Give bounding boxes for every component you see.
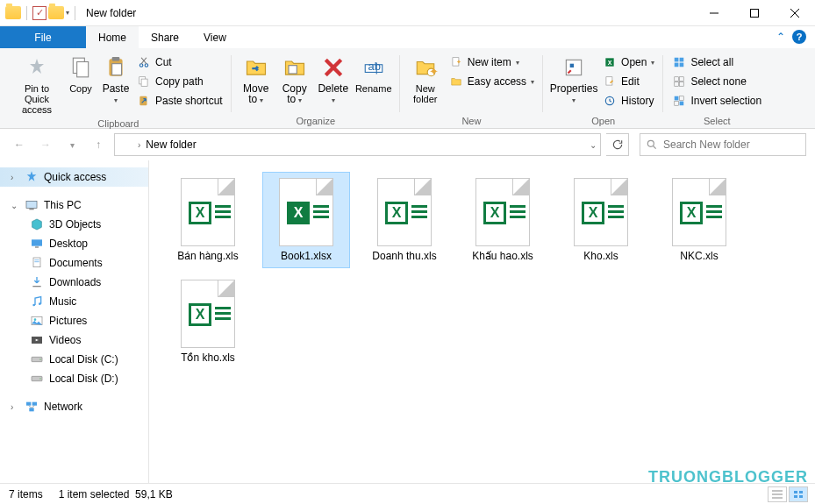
easy-access-button[interactable]: Easy access ▾ (446, 73, 538, 90)
svg-rect-42 (675, 102, 679, 106)
svg-rect-50 (35, 246, 39, 247)
address-folder-icon (118, 139, 132, 151)
file-item[interactable]: XKho.xls (558, 173, 644, 267)
svg-point-55 (32, 304, 35, 307)
address-dropdown-icon[interactable]: ⌄ (590, 140, 597, 150)
copy-button[interactable]: Copy (63, 52, 98, 96)
open-button[interactable]: XOpen ▾ (599, 53, 658, 71)
tree-item[interactable]: Local Disk (C:) (0, 350, 148, 369)
up-button[interactable]: ↑ (88, 134, 109, 155)
svg-rect-35 (680, 63, 684, 67)
svg-rect-7 (112, 57, 120, 60)
file-name: Khấu hao.xls (472, 250, 533, 262)
svg-rect-8 (112, 64, 122, 75)
tree-this-pc[interactable]: ⌄This PC (0, 195, 148, 215)
file-item[interactable]: XDoanh thu.xls (361, 173, 447, 267)
recent-dropdown[interactable]: ▾ (61, 134, 82, 155)
delete-button[interactable]: Delete ▾ (314, 52, 353, 108)
minimize-button[interactable] (694, 0, 734, 26)
excel-file-icon: X (475, 178, 530, 246)
svg-rect-72 (794, 491, 797, 493)
new-folder-button[interactable]: ✦ New folder (405, 52, 446, 106)
tree-item[interactable]: Documents (0, 253, 148, 273)
view-details-button[interactable] (768, 486, 787, 502)
address-bar[interactable]: › New folder ⌄ (114, 133, 601, 156)
svg-rect-74 (794, 495, 797, 498)
svg-text:X: X (608, 60, 612, 66)
svg-rect-16 (289, 66, 297, 74)
move-to-button[interactable]: Move to ▾ (237, 52, 275, 108)
tab-home[interactable]: Home (86, 26, 139, 48)
svg-rect-37 (680, 77, 684, 82)
svg-rect-40 (675, 96, 679, 101)
file-item[interactable]: XTồn kho.xls (165, 274, 251, 369)
file-name: Doanh thu.xls (372, 250, 436, 262)
copy-path-button[interactable]: Copy path (133, 73, 226, 90)
file-item[interactable]: XBán hàng.xls (165, 173, 251, 267)
paste-button[interactable]: Paste ▾ (98, 52, 133, 108)
file-item[interactable]: XKhấu hao.xls (460, 173, 546, 267)
back-button[interactable]: ← (9, 134, 30, 155)
svg-line-45 (654, 146, 656, 149)
excel-file-icon: X (574, 178, 628, 246)
tree-network[interactable]: ›Network (0, 397, 148, 416)
svg-text:✦: ✦ (456, 59, 461, 65)
tree-item[interactable]: Local Disk (D:) (0, 369, 148, 388)
svg-rect-49 (32, 239, 42, 245)
forward-button[interactable]: → (35, 134, 56, 155)
paste-shortcut-button[interactable]: Paste shortcut (133, 92, 226, 110)
tree-item[interactable]: Music (0, 292, 148, 311)
file-name: Kho.xls (583, 250, 618, 262)
file-item[interactable]: XBook1.xlsx (263, 173, 349, 267)
view-large-button[interactable] (789, 486, 808, 502)
svg-rect-1 (751, 9, 759, 17)
tree-item[interactable]: Videos (0, 330, 148, 350)
svg-point-58 (34, 318, 37, 321)
copy-to-button[interactable]: Copy to ▾ (275, 52, 314, 108)
svg-rect-27 (570, 64, 574, 67)
search-input[interactable]: Search New folder (640, 133, 806, 156)
properties-button[interactable]: Properties ▾ (548, 52, 599, 108)
svg-rect-5 (77, 62, 89, 77)
close-button[interactable] (775, 0, 815, 26)
tree-item[interactable]: Downloads (0, 273, 148, 292)
tree-item[interactable]: Pictures (0, 311, 148, 330)
new-item-button[interactable]: ✦New item ▾ (446, 53, 538, 71)
edit-button[interactable]: Edit (599, 73, 658, 90)
svg-point-56 (39, 302, 41, 305)
maximize-button[interactable] (734, 0, 775, 26)
breadcrumb-loc[interactable]: New folder (146, 138, 196, 151)
tree-item[interactable]: Desktop (0, 234, 148, 253)
tree-quick-access[interactable]: ›Quick access (0, 167, 148, 187)
ribbon-tabs: File Home Share View ⌃ ? (0, 26, 815, 48)
svg-rect-34 (675, 63, 679, 67)
svg-text:ab: ab (368, 60, 380, 73)
tab-view[interactable]: View (191, 26, 239, 48)
svg-rect-33 (680, 58, 684, 62)
file-item[interactable]: XNKC.xls (656, 173, 742, 267)
collapse-ribbon-icon[interactable]: ⌃ (776, 31, 785, 43)
refresh-button[interactable] (606, 133, 629, 156)
excel-file-icon: X (377, 178, 432, 246)
cut-button[interactable]: Cut (133, 53, 226, 71)
tab-file[interactable]: File (0, 26, 86, 48)
tab-share[interactable]: Share (139, 26, 191, 48)
help-icon[interactable]: ? (792, 30, 806, 44)
pin-button[interactable]: Pin to Quick access (11, 52, 63, 117)
rename-button[interactable]: ab Rename (353, 52, 395, 96)
history-button[interactable]: History (599, 92, 658, 110)
group-open: Properties ▾ XOpen ▾ Edit History Open (543, 52, 663, 128)
svg-rect-36 (675, 77, 679, 82)
tree-item[interactable]: 3D Objects (0, 215, 148, 234)
invert-selection-button[interactable]: Invert selection (668, 92, 765, 110)
svg-rect-65 (32, 402, 37, 406)
excel-file-icon: X (181, 280, 235, 348)
file-pane[interactable]: XBán hàng.xlsXBook1.xlsxXDoanh thu.xlsXK… (149, 160, 815, 483)
select-none-button[interactable]: Select none (668, 73, 765, 90)
select-all-button[interactable]: Select all (668, 53, 765, 71)
qat-check-icon[interactable]: ✓ (32, 6, 46, 20)
svg-rect-41 (680, 96, 684, 101)
qat-folder-icon[interactable] (48, 6, 64, 19)
app-folder-icon (5, 6, 21, 19)
svg-rect-64 (26, 402, 31, 406)
